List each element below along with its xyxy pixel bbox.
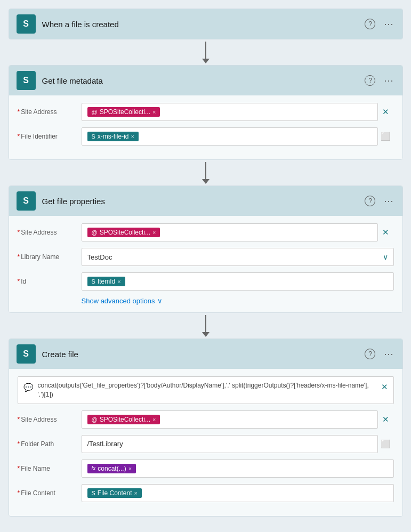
item-id-chip: S ItemId × xyxy=(87,277,125,286)
arrow-2 xyxy=(202,160,209,186)
formula-close-icon[interactable]: ✕ xyxy=(381,381,388,392)
create-file-actions: ? ··· xyxy=(364,348,394,361)
trigger-help-button[interactable]: ? xyxy=(364,18,376,30)
site-address-2-clear-icon[interactable]: ✕ xyxy=(378,228,394,237)
get-file-metadata-body: *Site Address @ SPOSiteCollecti... × ✕ xyxy=(9,95,402,159)
item-id-chip-close[interactable]: × xyxy=(117,278,120,285)
chip-label-3: SPOSiteCollecti... xyxy=(100,416,150,423)
folder-path-value: /TestLibrary xyxy=(87,440,123,448)
library-name-label: *Library Name xyxy=(18,253,76,261)
get-file-metadata-help-button[interactable]: ? xyxy=(364,74,376,87)
id-field-row: *Id S ItemId × xyxy=(18,272,394,291)
trigger-icon: S xyxy=(17,14,36,34)
chat-icon: 💬 xyxy=(23,382,34,393)
help-circle-icon-3: ? xyxy=(365,196,375,206)
formula-bar: 💬 concat(outputs('Get_file_properties')?… xyxy=(18,376,394,404)
site-address-3-label: *Site Address xyxy=(18,416,76,423)
site-address-2-input[interactable]: @ SPOSiteCollecti... × xyxy=(82,223,378,241)
advanced-options-chevron-icon: ∨ xyxy=(157,297,163,305)
help-circle-icon-2: ? xyxy=(365,75,375,86)
id-field-label: *Id xyxy=(18,278,76,285)
file-id-chip: S x-ms-file-id × xyxy=(87,132,139,141)
folder-path-row: *Folder Path /TestLibrary ⬜ xyxy=(18,435,394,453)
get-file-metadata-title: Get file metadata xyxy=(42,76,358,85)
site-address-1-input[interactable]: @ SPOSiteCollecti... × xyxy=(82,103,378,121)
trigger-card: S When a file is created ? ··· xyxy=(9,9,403,39)
file-content-chip: S File Content × xyxy=(87,488,142,498)
chip-close-3[interactable]: × xyxy=(152,416,156,423)
create-file-body: 💬 concat(outputs('Get_file_properties')?… xyxy=(9,369,402,516)
arrow-head-1 xyxy=(202,59,209,63)
site-address-1-row: *Site Address @ SPOSiteCollecti... × ✕ xyxy=(18,103,394,121)
get-file-properties-header: S Get file properties ? ··· xyxy=(9,186,402,216)
folder-path-folder-icon[interactable]: ⬜ xyxy=(378,439,394,449)
site-address-1-label: *Site Address xyxy=(18,108,76,116)
file-name-row: *File Name fx concat(...) × xyxy=(18,460,394,478)
library-name-row: *Library Name TestDoc ∨ xyxy=(18,248,394,266)
site-address-1-input-group: @ SPOSiteCollecti... × ✕ xyxy=(82,103,394,121)
get-file-metadata-menu-button[interactable]: ··· xyxy=(383,74,394,87)
file-identifier-input[interactable]: S x-ms-file-id × xyxy=(82,127,378,146)
file-id-chip-label: x-ms-file-id xyxy=(98,133,129,140)
file-content-label: *File Content xyxy=(18,489,76,497)
create-file-help-button[interactable]: ? xyxy=(364,348,376,360)
item-id-chip-label: ItemId xyxy=(98,278,115,285)
file-id-chip-close[interactable]: × xyxy=(131,133,134,140)
spo-site-chip-2: @ SPOSiteCollecti... × xyxy=(87,228,160,237)
get-file-properties-help-button[interactable]: ? xyxy=(364,195,376,207)
file-content-input[interactable]: S File Content × xyxy=(82,484,394,502)
file-content-row: *File Content S File Content × xyxy=(18,484,394,502)
help-circle-icon-4: ? xyxy=(365,349,375,359)
get-file-properties-card: S Get file properties ? ··· *Site Addres… xyxy=(9,186,403,313)
arrow-line-1 xyxy=(205,42,206,59)
spo-site-chip-1: @ SPOSiteCollecti... × xyxy=(87,107,160,117)
chip-label-2: SPOSiteCollecti... xyxy=(100,229,150,236)
show-advanced-options[interactable]: Show advanced options ∨ xyxy=(18,297,394,305)
id-field-input[interactable]: S ItemId × xyxy=(82,272,394,291)
file-identifier-folder-icon[interactable]: ⬜ xyxy=(378,132,394,141)
folder-path-input-group: /TestLibrary ⬜ xyxy=(82,435,394,453)
trigger-title: When a file is created xyxy=(42,20,358,29)
trigger-actions: ? ··· xyxy=(364,18,394,31)
spo-site-chip-3: @ SPOSiteCollecti... × xyxy=(87,415,160,424)
chip-label-1: SPOSiteCollecti... xyxy=(100,108,150,116)
chevron-down-icon: ∨ xyxy=(383,253,388,261)
trigger-card-header: S When a file is created ? ··· xyxy=(9,9,402,39)
get-file-properties-actions: ? ··· xyxy=(364,195,394,208)
get-file-properties-menu-button[interactable]: ··· xyxy=(383,195,394,208)
library-name-dropdown[interactable]: TestDoc ∨ xyxy=(82,248,394,266)
folder-path-input[interactable]: /TestLibrary xyxy=(82,435,378,453)
get-file-metadata-card: S Get file metadata ? ··· *Site Address … xyxy=(9,65,403,160)
site-address-1-clear-icon[interactable]: ✕ xyxy=(378,107,394,117)
arrow-3 xyxy=(202,313,209,338)
get-file-properties-body: *Site Address @ SPOSiteCollecti... × ✕ xyxy=(9,216,402,312)
concat-chip: fx concat(...) × xyxy=(87,464,136,473)
create-file-header: S Create file ? ··· xyxy=(9,339,402,369)
file-content-chip-close[interactable]: × xyxy=(134,490,138,496)
create-file-card: S Create file ? ··· 💬 concat(outputs('Ge… xyxy=(9,338,403,517)
site-address-2-row: *Site Address @ SPOSiteCollecti... × ✕ xyxy=(18,223,394,241)
arrow-1 xyxy=(202,39,209,65)
file-name-input[interactable]: fx concat(...) × xyxy=(82,460,394,478)
site-address-3-row: *Site Address @ SPOSiteCollecti... × ✕ xyxy=(18,410,394,429)
concat-chip-close[interactable]: × xyxy=(128,465,132,472)
arrow-line-3 xyxy=(205,315,206,332)
arrow-line-2 xyxy=(205,162,206,179)
chip-close-2[interactable]: × xyxy=(152,229,156,236)
get-file-properties-icon: S xyxy=(17,191,36,211)
get-file-metadata-header: S Get file metadata ? ··· xyxy=(9,66,402,95)
chip-icon-s3: S xyxy=(92,490,95,496)
concat-chip-label: concat(...) xyxy=(98,465,126,472)
flow-container: S When a file is created ? ··· S Get fil… xyxy=(9,9,402,517)
folder-path-label: *Folder Path xyxy=(18,440,76,448)
chip-icon-1: @ xyxy=(92,109,98,115)
get-file-properties-title: Get file properties xyxy=(42,197,358,206)
create-file-menu-button[interactable]: ··· xyxy=(383,348,394,361)
site-address-3-input[interactable]: @ SPOSiteCollecti... × xyxy=(82,410,378,429)
library-name-value: TestDoc xyxy=(87,253,112,261)
trigger-menu-button[interactable]: ··· xyxy=(383,18,394,31)
create-file-title: Create file xyxy=(42,350,358,359)
site-address-3-clear-icon[interactable]: ✕ xyxy=(378,415,394,424)
chip-close-1[interactable]: × xyxy=(152,109,156,115)
file-identifier-row: *File Identifier S x-ms-file-id × ⬜ xyxy=(18,127,394,146)
